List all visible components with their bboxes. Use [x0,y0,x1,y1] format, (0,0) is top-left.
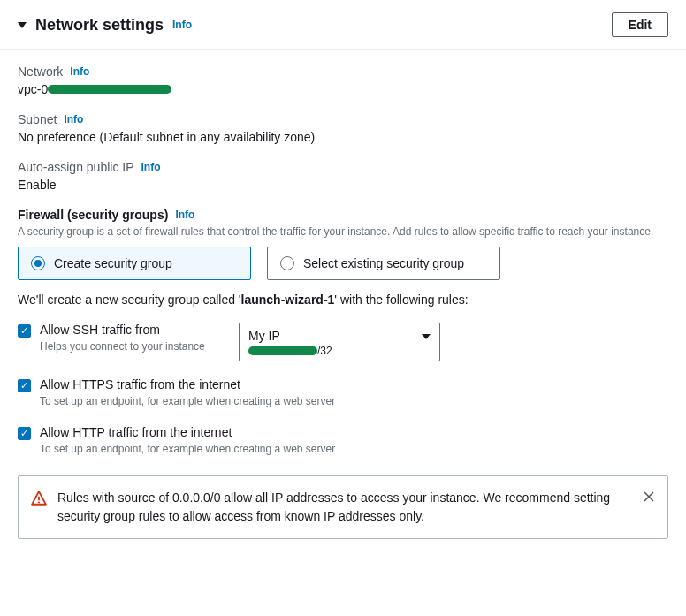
network-label: Network Info [18,65,668,79]
ssh-label: Allow SSH traffic from [40,323,230,337]
network-info-link[interactable]: Info [70,65,89,78]
http-checkbox[interactable]: ✓ [18,427,31,440]
sg-description: We'll create a new security group called… [18,293,668,307]
subnet-field: Subnet Info No preference (Default subne… [18,112,668,144]
https-rule-row: ✓ Allow HTTPS traffic from the internet … [18,377,668,409]
ssh-ip-suffix: /32 [317,345,332,357]
firewall-helper: A security group is a set of firewall ru… [18,224,668,240]
subnet-label: Subnet Info [18,112,668,126]
firewall-label-text: Firewall (security groups) [18,208,168,222]
http-label: Allow HTTP traffic from the internet [40,425,668,439]
ssh-content: Allow SSH traffic from Helps you connect… [40,323,230,354]
firewall-field: Firewall (security groups) Info A securi… [18,208,668,307]
https-helper: To set up an endpoint, for example when … [40,394,668,409]
auto-ip-label-text: Auto-assign public IP [18,160,134,174]
ssh-helper: Helps you connect to your instance [40,339,230,354]
select-sg-option[interactable]: Select existing security group [267,247,500,280]
auto-ip-info-link[interactable]: Info [141,161,161,173]
ssh-dropdown-ip: /32 [248,345,431,357]
checkmark-icon: ✓ [20,326,28,336]
ssh-source-dropdown[interactable]: My IP /32 [239,323,440,361]
svg-point-1 [38,502,40,504]
panel-header: Network settings Info Edit [0,0,686,50]
ssh-rule-row: ✓ Allow SSH traffic from Helps you conne… [18,323,668,361]
collapse-caret-icon[interactable] [18,22,27,28]
auto-ip-field: Auto-assign public IP Info Enable [18,160,668,192]
alert-text: Rules with source of 0.0.0.0/0 allow all… [57,489,632,526]
edit-button[interactable]: Edit [612,12,668,37]
sg-desc-pre: We'll create a new security group called… [18,293,241,307]
redacted-icon [48,85,172,94]
network-value-prefix: vpc-0 [18,82,48,96]
sg-desc-name: launch-wizard-1 [241,293,335,307]
firewall-label: Firewall (security groups) Info [18,208,668,222]
checkmark-icon: ✓ [20,381,28,391]
radio-unselected-icon [280,256,294,270]
network-field: Network Info vpc-0 [18,65,668,96]
subnet-info-link[interactable]: Info [64,113,83,125]
http-rule-row: ✓ Allow HTTP traffic from the internet T… [18,425,668,457]
panel-body: Network Info vpc-0 Subnet Info No prefer… [0,50,686,557]
warning-icon [31,491,47,506]
radio-selected-icon [31,256,45,270]
warning-alert: Rules with source of 0.0.0.0/0 allow all… [18,475,668,539]
network-label-text: Network [18,65,63,79]
network-value: vpc-0 [18,82,172,96]
subnet-label-text: Subnet [18,112,57,126]
http-content: Allow HTTP traffic from the internet To … [40,425,668,457]
close-icon[interactable] [643,491,655,503]
create-sg-label: Create security group [54,256,172,270]
chevron-down-icon [422,334,431,339]
checkmark-icon: ✓ [20,429,28,438]
panel-title: Network settings [35,16,164,34]
create-sg-option[interactable]: Create security group [18,247,251,280]
http-helper: To set up an endpoint, for example when … [40,442,668,457]
redacted-icon [248,346,317,355]
auto-ip-label: Auto-assign public IP Info [18,160,668,174]
panel-header-left: Network settings Info [18,16,192,34]
header-info-link[interactable]: Info [172,19,192,31]
select-sg-label: Select existing security group [303,256,464,270]
ssh-dropdown-value: My IP [248,329,431,343]
https-content: Allow HTTPS traffic from the internet To… [40,377,668,409]
https-label: Allow HTTPS traffic from the internet [40,377,668,392]
sg-desc-post: ' with the following rules: [334,293,468,307]
https-checkbox[interactable]: ✓ [18,379,31,392]
auto-ip-value: Enable [18,178,668,192]
firewall-segmented: Create security group Select existing se… [18,247,668,280]
firewall-info-link[interactable]: Info [175,209,194,221]
ssh-checkbox[interactable]: ✓ [18,324,31,338]
subnet-value: No preference (Default subnet in any ava… [18,130,668,144]
